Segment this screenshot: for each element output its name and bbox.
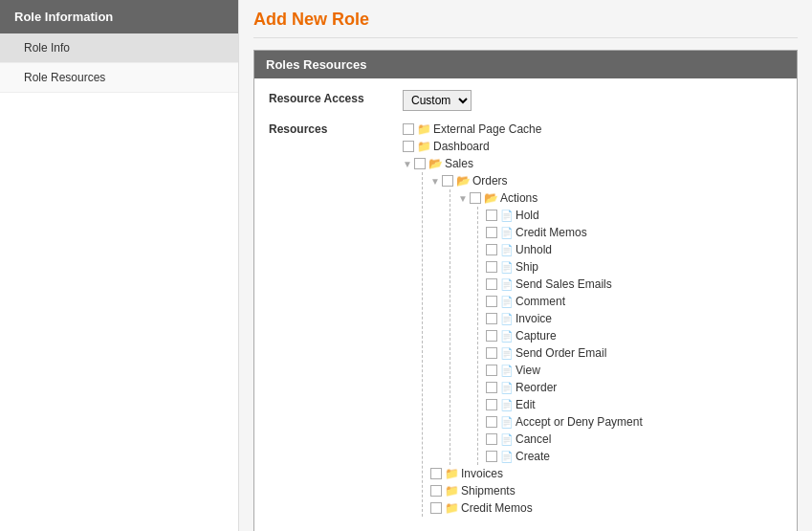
checkbox-icon[interactable] [442, 175, 453, 187]
folder-open-icon: 📂 [456, 174, 471, 188]
list-item: 📁 Credit Memos [430, 499, 782, 517]
resource-tree: 📁 External Page Cache 📁 Dashboard [403, 121, 782, 517]
node-label: Invoice [516, 312, 552, 325]
page-icon: 📄 [500, 347, 514, 360]
list-item: 📄 Cancel [486, 431, 782, 448]
list-item: 📄 Reorder [486, 379, 782, 396]
list-item: 📄 Send Sales Emails [486, 276, 782, 293]
folder-icon: 📁 [445, 467, 459, 480]
page-icon: 📄 [500, 227, 514, 239]
node-label: Send Sales Emails [516, 277, 612, 291]
page-icon: 📄 [500, 313, 514, 325]
panel-header: Roles Resources [254, 51, 797, 78]
resource-access-select[interactable]: Custom All [403, 90, 472, 111]
checkbox-icon[interactable] [414, 158, 426, 169]
node-label: Send Order Email [516, 346, 606, 360]
node-label: Invoices [461, 467, 503, 480]
panel-body: Resource Access Custom All Resources [254, 78, 797, 531]
node-label: Capture [516, 329, 557, 343]
list-item: 📄 View [486, 362, 782, 379]
checkbox-icon[interactable] [430, 468, 442, 479]
list-item: 📁 External Page Cache [403, 121, 782, 138]
resources-row: Resources 📁 External Page Cache [269, 121, 782, 517]
checkbox-icon[interactable] [486, 227, 497, 238]
list-item: 📁 Shipments [430, 482, 782, 499]
node-label: Credit Memos [516, 226, 587, 239]
resource-access-row: Resource Access Custom All [269, 90, 782, 111]
list-item: 📄 Unhold [486, 241, 782, 258]
sidebar-title: Role Information [0, 0, 238, 33]
page-icon: 📄 [500, 399, 514, 411]
expand-icon[interactable]: ▼ [403, 159, 412, 169]
checkbox-icon[interactable] [486, 278, 497, 290]
page-icon: 📄 [500, 330, 514, 343]
node-label: External Page Cache [433, 122, 541, 136]
folder-icon: 📁 [445, 501, 459, 515]
checkbox-icon[interactable] [403, 123, 414, 135]
resources-tree: 📁 External Page Cache 📁 Dashboard [403, 121, 782, 517]
sidebar-item-role-info[interactable]: Role Info [0, 33, 238, 63]
node-label: Accept or Deny Payment [516, 415, 643, 429]
node-label: Ship [516, 260, 538, 274]
expand-icon[interactable]: ▼ [458, 193, 468, 204]
checkbox-icon[interactable] [430, 485, 442, 497]
list-item: 📄 Ship [486, 258, 782, 276]
list-item: ▼ 📂 Sales ▼ [403, 155, 782, 517]
checkbox-icon[interactable] [486, 399, 497, 410]
node-label: Orders [472, 174, 508, 188]
checkbox-icon[interactable] [430, 502, 442, 514]
folder-icon: 📁 [417, 140, 431, 153]
sidebar-item-role-resources[interactable]: Role Resources [0, 63, 238, 93]
page-icon: 📄 [500, 261, 514, 274]
main-content: Add New Role Roles Resources Resource Ac… [239, 0, 812, 531]
resources-label: Resources [269, 121, 403, 136]
page-icon: 📄 [500, 296, 514, 308]
checkbox-icon[interactable] [486, 451, 497, 462]
expand-icon[interactable]: ▼ [430, 176, 440, 187]
node-label: Unhold [516, 243, 552, 256]
sidebar-item-label: Role Info [24, 41, 70, 55]
page-icon: 📄 [500, 451, 514, 463]
checkbox-icon[interactable] [403, 141, 414, 152]
checkbox-icon[interactable] [486, 313, 497, 324]
node-label: Reorder [516, 381, 557, 394]
checkbox-icon[interactable] [486, 296, 497, 307]
node-label: Hold [516, 209, 539, 222]
page-icon: 📄 [500, 210, 514, 222]
folder-icon: 📁 [445, 484, 459, 498]
checkbox-icon[interactable] [486, 416, 497, 428]
node-label: Shipments [461, 484, 516, 498]
node-label: Sales [445, 157, 473, 170]
page-title: Add New Role [253, 10, 798, 38]
checkbox-icon[interactable] [486, 365, 497, 376]
folder-open-icon: 📂 [428, 157, 443, 170]
sidebar: Role Information Role Info Role Resource… [0, 0, 239, 531]
node-label: Actions [500, 191, 538, 205]
checkbox-icon[interactable] [486, 347, 497, 359]
page-icon: 📄 [500, 365, 514, 377]
list-item: 📄 Accept or Deny Payment [486, 413, 782, 431]
folder-open-icon: 📂 [484, 191, 498, 205]
node-label: View [516, 364, 540, 377]
page-icon: 📄 [500, 433, 514, 446]
list-item: ▼ 📂 Actions [458, 189, 782, 465]
list-item: ▼ 📂 Orders [430, 172, 782, 465]
checkbox-icon[interactable] [486, 382, 497, 393]
page-icon: 📄 [500, 244, 514, 256]
list-item: 📄 Capture [486, 327, 782, 344]
node-label: Comment [516, 295, 565, 308]
checkbox-icon[interactable] [486, 261, 497, 273]
resource-access-value: Custom All [403, 90, 782, 111]
orders-children: ▼ 📂 Actions [450, 189, 782, 465]
checkbox-icon[interactable] [486, 244, 497, 255]
checkbox-icon[interactable] [486, 330, 497, 342]
checkbox-icon[interactable] [486, 210, 497, 221]
page-icon: 📄 [500, 382, 514, 394]
checkbox-icon[interactable] [486, 433, 497, 445]
list-item: 📄 Credit Memos [486, 224, 782, 241]
list-item: 📁 Dashboard [403, 138, 782, 155]
roles-resources-panel: Roles Resources Resource Access Custom A… [253, 50, 798, 531]
checkbox-icon[interactable] [470, 192, 481, 204]
list-item: 📄 Edit [486, 396, 782, 413]
folder-icon: 📁 [417, 122, 431, 136]
